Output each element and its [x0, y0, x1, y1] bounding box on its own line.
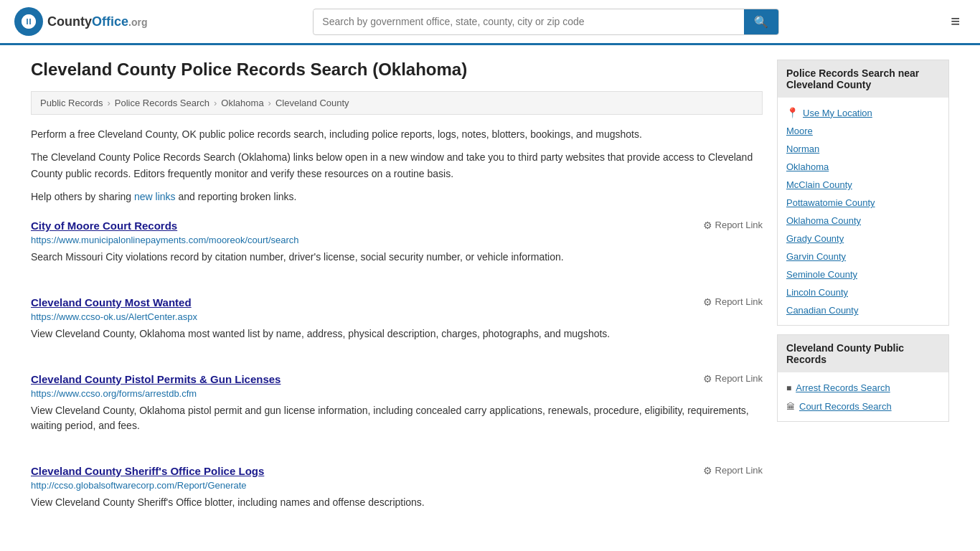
public-records-section: Cleveland County Public Records ■ Arrest…	[777, 334, 949, 422]
nearby-link-pottawatomie: Pottawatomie County	[786, 194, 940, 212]
nearby-link-oklahoma-county: Oklahoma County	[786, 212, 940, 230]
breadcrumb-cleveland-county[interactable]: Cleveland County	[275, 98, 349, 108]
nearby-link-norman-anchor[interactable]: Norman	[786, 143, 819, 154]
nearby-link-oklahoma-anchor[interactable]: Oklahoma	[786, 161, 829, 172]
location-icon: 📍	[786, 107, 798, 118]
nearby-link-mcclain: McClain County	[786, 176, 940, 194]
help-text: Help others by sharing new links and rep…	[31, 189, 763, 204]
report-link-2[interactable]: ⚙ Report Link	[703, 373, 763, 385]
nearby-link-garvin-anchor[interactable]: Garvin County	[786, 251, 846, 262]
nearby-section: Police Records Search near Cleveland Cou…	[777, 60, 949, 326]
main-container: Cleveland County Police Records Search (…	[17, 45, 963, 551]
report-link-3[interactable]: ⚙ Report Link	[703, 465, 763, 476]
rec-arrest-records: ■ Arrest Records Search	[786, 378, 940, 397]
results-list: City of Moore Court Records ⚙ Report Lin…	[31, 220, 763, 522]
result-url-2: https://www.ccso.org/forms/arrestdb.cfm	[31, 388, 763, 399]
result-desc-2: View Cleveland County, Oklahoma pistol p…	[31, 403, 763, 433]
report-label-0: Report Link	[715, 220, 763, 230]
help-after: and reporting broken links.	[176, 191, 297, 202]
logo-area: CountyOffice.org	[14, 7, 147, 36]
report-label-1: Report Link	[715, 296, 763, 307]
intro-text-2: The Cleveland County Police Records Sear…	[31, 149, 763, 182]
intro-text-1: Perform a free Cleveland County, OK publ…	[31, 126, 763, 142]
result-item-0: City of Moore Court Records ⚙ Report Lin…	[31, 220, 763, 276]
result-item-3: Cleveland County Sheriff's Office Police…	[31, 465, 763, 522]
nearby-link-moore: Moore	[786, 122, 940, 140]
nearby-link-moore-anchor[interactable]: Moore	[786, 126, 813, 136]
nearby-link-pottawatomie-anchor[interactable]: Pottawatomie County	[786, 197, 875, 208]
nearby-link-mcclain-anchor[interactable]: McClain County	[786, 179, 852, 190]
result-header-2: Cleveland County Pistol Permits & Gun Li…	[31, 373, 763, 385]
rec-court-records: 🏛 Court Records Search	[786, 397, 940, 415]
sidebar: Police Records Search near Cleveland Cou…	[777, 60, 949, 542]
content-area: Cleveland County Police Records Search (…	[31, 60, 763, 542]
logo-text: CountyOffice.org	[47, 14, 147, 29]
breadcrumb-sep-2: ›	[214, 98, 217, 108]
result-title-0[interactable]: City of Moore Court Records	[31, 220, 177, 232]
nearby-section-body: 📍 Use My Location Moore Norman Oklahoma …	[778, 98, 948, 325]
result-title-2[interactable]: Cleveland County Pistol Permits & Gun Li…	[31, 373, 281, 385]
nearby-link-seminole: Seminole County	[786, 265, 940, 283]
report-icon-0: ⚙	[703, 220, 712, 231]
court-records-link-wrap: Court Records Search	[799, 400, 892, 412]
breadcrumb-sep-1: ›	[107, 98, 110, 108]
nearby-link-garvin: Garvin County	[786, 248, 940, 265]
use-my-location-item: 📍 Use My Location	[786, 103, 940, 122]
nearby-link-norman: Norman	[786, 140, 940, 158]
result-url-3: http://ccso.globalsoftwarecorp.com/Repor…	[31, 480, 763, 491]
new-links-link[interactable]: new links	[134, 191, 176, 202]
report-icon-2: ⚙	[703, 373, 712, 385]
logo-icon	[14, 7, 43, 36]
result-desc-1: View Cleveland County, Oklahoma most wan…	[31, 326, 763, 342]
breadcrumb-public-records[interactable]: Public Records	[40, 98, 103, 108]
court-records-link[interactable]: Court Records Search	[799, 401, 892, 412]
result-header-1: Cleveland County Most Wanted ⚙ Report Li…	[31, 296, 763, 309]
report-link-0[interactable]: ⚙ Report Link	[703, 220, 763, 231]
result-desc-0: Search Missouri City violations record b…	[31, 250, 763, 265]
report-icon-3: ⚙	[703, 465, 712, 476]
nearby-link-oklahoma: Oklahoma	[786, 158, 940, 176]
arrest-records-link-wrap: Arrest Records Search	[796, 382, 890, 393]
breadcrumb-police-records[interactable]: Police Records Search	[115, 98, 209, 108]
nearby-link-lincoln-anchor[interactable]: Lincoln County	[786, 287, 848, 298]
result-url-0: https://www.municipalonlinepayments.com/…	[31, 235, 763, 245]
breadcrumb-oklahoma[interactable]: Oklahoma	[221, 98, 263, 108]
breadcrumb-sep-3: ›	[268, 98, 271, 108]
breadcrumb: Public Records › Police Records Search ›…	[31, 91, 763, 115]
result-header-3: Cleveland County Sheriff's Office Police…	[31, 465, 763, 477]
report-icon-1: ⚙	[703, 296, 712, 308]
court-records-icon: 🏛	[786, 402, 795, 412]
page-title: Cleveland County Police Records Search (…	[31, 60, 763, 80]
result-title-1[interactable]: Cleveland County Most Wanted	[31, 296, 192, 309]
arrest-records-icon: ■	[786, 383, 791, 393]
result-title-3[interactable]: Cleveland County Sheriff's Office Police…	[31, 465, 264, 477]
search-button[interactable]: 🔍	[744, 9, 778, 34]
nearby-link-oklahoma-county-anchor[interactable]: Oklahoma County	[786, 215, 861, 226]
arrest-records-link[interactable]: Arrest Records Search	[796, 382, 890, 393]
nearby-link-grady-anchor[interactable]: Grady County	[786, 233, 844, 244]
result-item-2: Cleveland County Pistol Permits & Gun Li…	[31, 373, 763, 445]
report-label-3: Report Link	[715, 465, 763, 476]
public-records-section-header: Cleveland County Public Records	[778, 335, 948, 372]
search-bar: 🔍	[313, 9, 779, 35]
nearby-link-seminole-anchor[interactable]: Seminole County	[786, 269, 857, 280]
nearby-section-header: Police Records Search near Cleveland Cou…	[778, 60, 948, 98]
report-link-1[interactable]: ⚙ Report Link	[703, 296, 763, 308]
nearby-link-canadian-anchor[interactable]: Canadian County	[786, 305, 858, 316]
use-my-location-link[interactable]: Use My Location	[803, 108, 872, 118]
report-label-2: Report Link	[715, 373, 763, 384]
help-before: Help others by sharing	[31, 191, 134, 202]
result-url-1: https://www.ccso-ok.us/AlertCenter.aspx	[31, 311, 763, 322]
result-desc-3: View Cleveland County Sheriff's Office b…	[31, 495, 763, 510]
nearby-link-lincoln: Lincoln County	[786, 283, 940, 301]
nearby-link-grady: Grady County	[786, 230, 940, 248]
result-header-0: City of Moore Court Records ⚙ Report Lin…	[31, 220, 763, 232]
search-input[interactable]	[314, 10, 744, 33]
nearby-link-canadian: Canadian County	[786, 301, 940, 319]
public-records-section-body: ■ Arrest Records Search 🏛 Court Records …	[778, 372, 948, 421]
header: CountyOffice.org 🔍 ≡	[0, 0, 980, 45]
result-item-1: Cleveland County Most Wanted ⚙ Report Li…	[31, 296, 763, 353]
menu-button[interactable]: ≡	[945, 12, 966, 31]
